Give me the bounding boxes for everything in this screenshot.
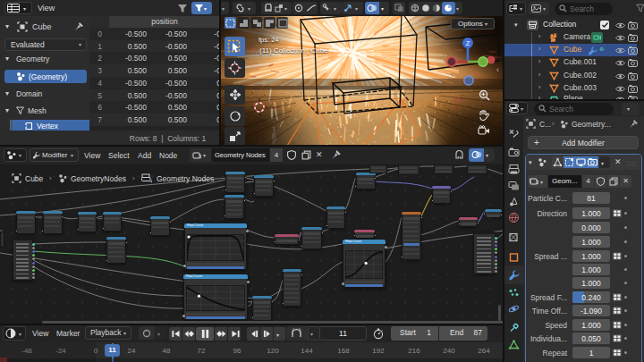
svg-text:Z: Z	[466, 39, 470, 47]
svg-text:4: 4	[150, 179, 152, 184]
